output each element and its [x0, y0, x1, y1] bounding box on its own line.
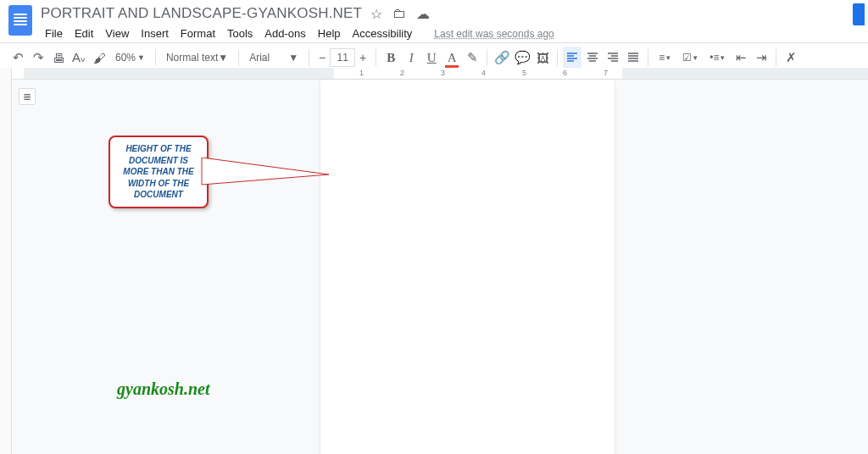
menu-view[interactable]: View: [101, 25, 133, 42]
checklist-icon[interactable]: ☑▾: [677, 52, 703, 64]
callout-text: HEIGHT OF THE DOCUMENT IS MORE THAN THE …: [115, 143, 202, 201]
decrease-indent-icon[interactable]: ⇤: [732, 47, 750, 69]
highlight-button[interactable]: ✎: [463, 47, 481, 69]
document-page[interactable]: [320, 80, 615, 454]
zoom-select[interactable]: 60%▼: [110, 52, 150, 64]
italic-button[interactable]: I: [402, 47, 420, 69]
vertical-ruler[interactable]: [0, 68, 12, 454]
ruler-tick: 2: [400, 69, 404, 77]
document-outline-icon[interactable]: ≣: [19, 88, 36, 105]
menu-file[interactable]: File: [41, 25, 67, 42]
menu-format[interactable]: Format: [176, 25, 220, 42]
font-family-select[interactable]: Arial▼: [244, 52, 303, 64]
print-icon[interactable]: 🖶: [49, 47, 68, 69]
redo-icon[interactable]: ↷: [29, 47, 47, 69]
divider: [309, 49, 309, 66]
bulleted-list-icon[interactable]: •≡▾: [704, 52, 730, 64]
spellcheck-icon[interactable]: Aᵥ: [70, 47, 88, 69]
menu-insert[interactable]: Insert: [136, 25, 173, 42]
font-size-group: − 11 +: [314, 48, 370, 67]
last-edit-info[interactable]: Last edit was seconds ago: [430, 26, 558, 42]
insert-image-icon[interactable]: 🖼: [533, 47, 552, 69]
docs-logo-icon[interactable]: [8, 5, 32, 36]
annotation-callout: HEIGHT OF THE DOCUMENT IS MORE THAN THE …: [108, 136, 219, 212]
svg-marker-0: [202, 158, 329, 185]
star-icon[interactable]: ☆: [370, 6, 382, 22]
line-spacing-icon[interactable]: ≡▾: [654, 52, 676, 64]
ruler-tick: 7: [604, 69, 608, 77]
ruler-tick: 5: [522, 69, 526, 77]
increase-indent-icon[interactable]: ⇥: [752, 47, 771, 69]
ruler-tick: 1: [359, 69, 364, 77]
bold-button[interactable]: B: [381, 47, 400, 69]
divider: [487, 49, 487, 66]
app-header: PORTRAIT AND LANDSCAPE-GYANKOSH.NET ☆ 🗀 …: [0, 0, 868, 42]
horizontal-ruler[interactable]: 1 2 3 4 5 6 7: [12, 68, 868, 80]
divider: [376, 49, 376, 66]
ruler-tick: 3: [441, 69, 445, 77]
font-size-input[interactable]: 11: [330, 48, 355, 67]
underline-button[interactable]: U: [422, 47, 441, 69]
watermark-text: gyankosh.net: [117, 379, 209, 399]
ruler-tick: 6: [563, 69, 567, 77]
divider: [238, 49, 239, 66]
text-color-button[interactable]: A: [442, 47, 461, 69]
document-canvas: 1 2 3 4 5 6 7 ≣ HEIGHT OF THE DOCUMENT I…: [0, 68, 868, 454]
menu-bar: File Edit View Insert Format Tools Add-o…: [41, 25, 860, 42]
editing-mode-button[interactable]: [853, 3, 865, 25]
divider: [648, 49, 648, 66]
font-size-increase[interactable]: +: [355, 48, 370, 67]
divider: [557, 49, 558, 66]
menu-accessibility[interactable]: Accessibility: [348, 25, 417, 42]
divider: [155, 49, 156, 66]
insert-link-icon[interactable]: 🔗: [492, 47, 511, 69]
cloud-status-icon[interactable]: ☁: [416, 6, 430, 22]
font-size-decrease[interactable]: −: [314, 48, 330, 67]
align-right-icon[interactable]: [604, 47, 622, 69]
undo-icon[interactable]: ↶: [8, 47, 27, 69]
menu-help[interactable]: Help: [314, 25, 345, 42]
align-left-icon[interactable]: [563, 47, 581, 69]
ruler-tick: 4: [481, 69, 486, 77]
document-title[interactable]: PORTRAIT AND LANDSCAPE-GYANKOSH.NET: [41, 5, 362, 22]
menu-tools[interactable]: Tools: [223, 25, 257, 42]
menu-addons[interactable]: Add-ons: [260, 25, 309, 42]
align-center-icon[interactable]: [583, 47, 602, 69]
paragraph-style-select[interactable]: Normal text▼: [161, 52, 233, 64]
move-icon[interactable]: 🗀: [392, 6, 406, 22]
menu-edit[interactable]: Edit: [70, 25, 97, 42]
divider: [776, 49, 776, 66]
clear-formatting-icon[interactable]: ✗: [782, 47, 800, 69]
paint-format-icon[interactable]: 🖌: [90, 47, 108, 69]
align-justify-icon[interactable]: [624, 47, 643, 69]
insert-comment-icon[interactable]: 💬: [513, 47, 531, 69]
